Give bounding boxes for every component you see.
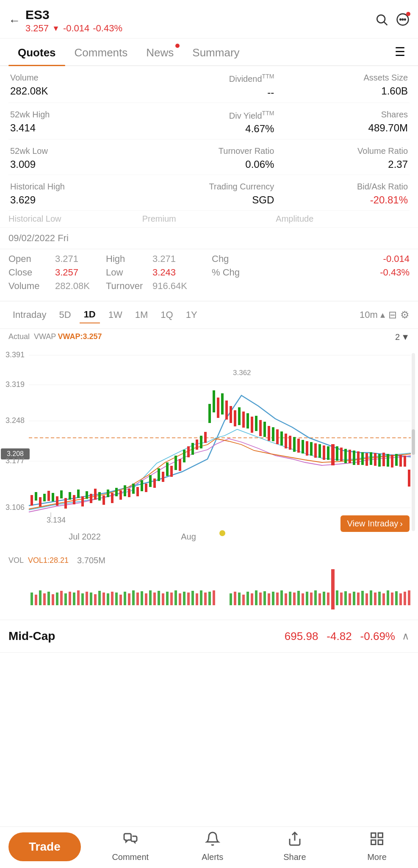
mid-cap-bar[interactable]: Mid-Cap 695.98 -4.82 -0.69% ∧ <box>0 620 418 653</box>
svg-text:3.362: 3.362 <box>233 369 251 377</box>
ohlcv-open-row: Open 3.271 High 3.271 Chg -0.014 <box>8 253 410 264</box>
svg-text:Jul 2022: Jul 2022 <box>69 532 101 541</box>
div-yield-cell: Div YieldTTM 4.67% <box>142 103 276 139</box>
wk-high-value: 3.414 <box>10 122 141 134</box>
svg-rect-194 <box>361 591 364 605</box>
chart-tab-1y[interactable]: 1Y <box>182 307 202 323</box>
turnover-label: Turnover <box>106 281 152 292</box>
search-button[interactable] <box>375 13 388 29</box>
svg-rect-37 <box>98 492 101 501</box>
svg-rect-203 <box>399 593 402 605</box>
svg-rect-28 <box>60 490 63 498</box>
nav-more[interactable]: More <box>336 831 418 862</box>
turnover-value: 916.64K <box>152 281 212 292</box>
chart-settings-icon[interactable]: ⊟ <box>388 309 397 321</box>
svg-rect-138 <box>111 592 113 605</box>
svg-rect-175 <box>276 593 279 605</box>
nav-share[interactable]: Share <box>254 831 336 862</box>
share-nav-label: Share <box>283 852 306 862</box>
svg-rect-195 <box>365 593 368 605</box>
chart-tab-1d[interactable]: 1D <box>80 306 100 323</box>
svg-rect-82 <box>289 436 291 450</box>
view-intraday-button[interactable]: View Intraday › <box>340 515 410 532</box>
chart-gear-icon[interactable]: ⚙ <box>400 309 410 321</box>
stock-price: 3.257 <box>25 23 49 34</box>
svg-text:3.106: 3.106 <box>6 503 25 512</box>
svg-rect-81 <box>285 434 287 448</box>
svg-rect-25 <box>47 491 50 501</box>
svg-rect-43 <box>124 485 126 496</box>
nav-comment[interactable]: Comment <box>89 831 172 862</box>
svg-rect-27 <box>56 496 58 506</box>
date-label: 09/02/2022 Fri <box>8 233 69 243</box>
svg-rect-47 <box>141 480 143 491</box>
alerts-nav-label: Alerts <box>202 852 223 862</box>
header-price-row: 3.257 ▼ -0.014 -0.43% <box>25 23 375 34</box>
currency-value: SGD <box>144 194 274 206</box>
chart-legend: Actual VWAP VWAP:3.257 2 ▼ <box>0 329 418 345</box>
chart-two-button[interactable]: 2 ▼ <box>395 332 410 342</box>
svg-rect-168 <box>246 592 249 605</box>
more-nav-label: More <box>367 852 387 862</box>
svg-rect-125 <box>56 593 58 605</box>
svg-rect-169 <box>251 593 253 605</box>
mid-cap-label: Mid-Cap <box>8 629 285 643</box>
svg-rect-109 <box>404 456 406 467</box>
svg-rect-34 <box>86 491 88 499</box>
low-label: Low <box>106 267 152 278</box>
chart-tab-1w[interactable]: 1W <box>104 307 127 323</box>
svg-rect-117 <box>412 429 415 455</box>
svg-rect-201 <box>391 593 393 605</box>
tab-news[interactable]: News <box>137 39 183 65</box>
trade-button[interactable]: Trade <box>8 832 81 861</box>
nav-alerts[interactable]: Alerts <box>172 831 254 862</box>
svg-rect-176 <box>280 590 283 605</box>
chart-interval[interactable]: 10m ▴ <box>360 309 385 320</box>
svg-rect-29 <box>64 498 67 509</box>
svg-rect-104 <box>382 453 385 466</box>
tab-quotes[interactable]: Quotes <box>8 39 65 65</box>
svg-text:3.391: 3.391 <box>6 351 25 359</box>
tab-menu-button[interactable]: ☰ <box>390 41 410 63</box>
mid-cap-change-pct: -0.69% <box>360 630 395 643</box>
chart-tab-5d[interactable]: 5D <box>55 307 75 323</box>
svg-rect-121 <box>39 590 42 605</box>
svg-rect-74 <box>255 416 257 431</box>
chart-tab-1m[interactable]: 1M <box>131 307 152 323</box>
svg-rect-97 <box>353 451 355 465</box>
svg-point-3 <box>400 19 401 20</box>
svg-rect-42 <box>119 490 122 500</box>
svg-rect-66 <box>221 393 224 415</box>
wk-low-value: 3.009 <box>10 159 141 170</box>
partial-row: Historical Low Premium Amplitude <box>0 211 418 228</box>
svg-rect-153 <box>174 590 177 605</box>
share-icon <box>287 831 302 850</box>
svg-rect-59 <box>191 443 194 455</box>
svg-rect-154 <box>179 593 181 605</box>
vol-label-row: VOL VOL1:28.21 3.705M <box>0 554 418 567</box>
svg-rect-53 <box>166 462 169 476</box>
tab-summary[interactable]: Summary <box>183 39 249 65</box>
svg-rect-71 <box>242 412 245 428</box>
svg-text:3.134: 3.134 <box>47 516 66 524</box>
turnover-ratio-cell: Turnover Ratio 0.06% <box>142 139 276 175</box>
svg-rect-45 <box>132 484 135 494</box>
chart-tab-1q[interactable]: 1Q <box>156 307 177 323</box>
back-button[interactable]: ← <box>8 14 20 28</box>
chart-tab-intraday[interactable]: Intraday <box>8 307 51 323</box>
header-icons <box>375 13 410 29</box>
svg-rect-185 <box>318 593 321 605</box>
svg-rect-147 <box>149 590 152 605</box>
tab-comments[interactable]: Comments <box>65 39 137 65</box>
svg-text:3.248: 3.248 <box>6 416 25 425</box>
svg-rect-207 <box>371 833 376 838</box>
vol-ratio-cell: Volume Ratio 2.37 <box>276 139 410 175</box>
svg-rect-33 <box>81 496 84 506</box>
svg-rect-167 <box>242 595 245 605</box>
svg-rect-190 <box>344 591 347 605</box>
svg-rect-122 <box>43 593 46 605</box>
arrow-right-icon: › <box>400 519 403 529</box>
grid-icon <box>369 831 385 850</box>
svg-rect-72 <box>246 413 249 428</box>
message-button[interactable] <box>396 13 410 29</box>
